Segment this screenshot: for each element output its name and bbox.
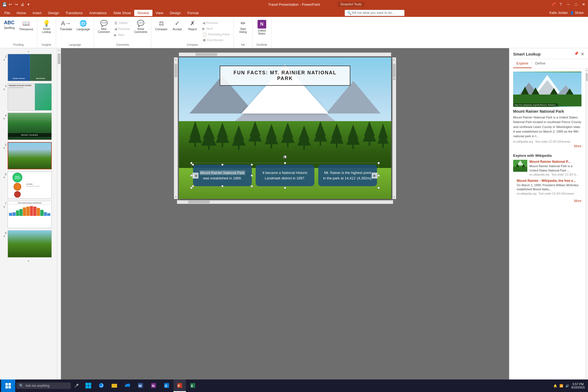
menu-file[interactable]: File: [1, 10, 13, 16]
menu-design2[interactable]: Design: [167, 10, 184, 16]
scroll-thumb[interactable]: [58, 53, 60, 64]
slide-title-box[interactable]: FUN FACTS: MT. RAINIER NATIONAL PARK: [220, 66, 350, 86]
language-button[interactable]: 🌐 Language: [75, 19, 91, 32]
taskbar-search[interactable]: 🔍 Ask me anything: [16, 382, 71, 389]
taskbar-network[interactable]: 📶: [559, 384, 563, 388]
new-comment-button[interactable]: 💬 NewComment: [96, 19, 111, 34]
show-comments-button[interactable]: 💬 ShowComments: [133, 19, 149, 34]
smartart-card-3[interactable]: Mt. Rainer is the highest point in the p…: [318, 165, 377, 186]
taskbar-search-label[interactable]: Ask me anything: [25, 384, 50, 388]
slide-thumbnail-5[interactable]: FUN FACTS: MT. RAINIER NATIONAL PARK: [8, 142, 52, 169]
taskbar-word[interactable]: W: [134, 379, 147, 392]
taskbar-edge[interactable]: [95, 379, 108, 392]
menu-design[interactable]: Design: [45, 10, 62, 16]
smartart-card-2[interactable]: It became a National Historic Landmark d…: [256, 165, 314, 186]
slide-thumb-5[interactable]: 5 ★ FUN FACTS: MT. RAINIER NATIONAL PARK: [1, 142, 56, 170]
define-tab[interactable]: Define: [532, 59, 549, 68]
menu-home[interactable]: Home: [13, 10, 29, 16]
slide-thumbnail-4[interactable]: MOUNT RAINIER: [8, 113, 52, 140]
reject-button[interactable]: ✗ Reject: [185, 19, 200, 32]
vscroll-down[interactable]: ▼: [393, 195, 395, 199]
collapse-ribbon-icon[interactable]: 📌: [551, 2, 555, 7]
next-comment-button[interactable]: ▶ Next: [112, 32, 131, 38]
result2-title[interactable]: Mount Rainier - Wikipedia, the free e...: [517, 179, 581, 183]
taskbar-onenote[interactable]: N: [147, 379, 160, 392]
translate-button[interactable]: A→ Translate: [58, 19, 74, 32]
panel-scroll-thumb[interactable]: [586, 73, 588, 81]
vscroll-left-up[interactable]: ▲: [175, 57, 177, 62]
menu-format[interactable]: Format: [184, 10, 202, 16]
slide-thumb-4[interactable]: 4 ★ MOUNT RAINIER: [1, 112, 56, 140]
taskbar-powerpoint[interactable]: P: [173, 379, 186, 392]
taskbar-outlook[interactable]: O: [160, 379, 173, 392]
vscroll-thumb[interactable]: [393, 64, 396, 77]
slide-thumb-7[interactable]: 7 ★ MOUNT RAINIER AVERAGE TEMPERATURES: [1, 200, 56, 229]
start-button[interactable]: [1, 379, 15, 392]
taskbar-mic[interactable]: 🎤: [72, 382, 81, 389]
handle-mr[interactable]: [378, 174, 380, 177]
handle-tc[interactable]: [284, 162, 286, 164]
slide-thumb-8[interactable]: 8 ★: [1, 230, 56, 258]
card1-handle-t[interactable]: [221, 164, 223, 166]
canvas-hscroll-bottom[interactable]: [177, 200, 393, 204]
slide-panel-scroll-down[interactable]: ▼: [1, 259, 56, 263]
card1-handle-tl[interactable]: [192, 164, 194, 166]
thesaurus-button[interactable]: 📖 Thesaurus: [17, 19, 35, 32]
redo-icon[interactable]: ↪: [14, 2, 19, 7]
smart-lookup-button[interactable]: 💡 SmartLookup: [39, 19, 54, 34]
vscroll-up[interactable]: ▲: [393, 57, 395, 62]
start-inking-button[interactable]: ✏ StartInking: [236, 19, 250, 34]
wiki-more-link[interactable]: More: [513, 143, 581, 151]
reviewing-pane-button[interactable]: 📋 Reviewing Pane: [201, 32, 231, 37]
taskbar-files[interactable]: [108, 379, 121, 392]
result1-title[interactable]: Mount Rainier National P...: [529, 160, 581, 164]
share-button[interactable]: 👤 Share: [570, 11, 584, 15]
undo-icon[interactable]: ↩: [8, 2, 13, 7]
taskbar-onedrive[interactable]: [121, 379, 134, 392]
linked-notes-button[interactable]: N LinkedNotes: [255, 19, 269, 36]
slide-thumbnail-8[interactable]: [8, 230, 52, 258]
vscroll-left-down[interactable]: ▼: [175, 195, 177, 199]
canvas-vscroll-left[interactable]: ▲ ▼: [174, 57, 178, 199]
smart-panel-pin[interactable]: 📌: [574, 51, 578, 57]
compare-button[interactable]: ⚖ Compare: [154, 19, 169, 32]
slide-thumbnail-3[interactable]: WEEKEND OR HOLIDAY GETAWAY Lorem ipsum d…: [8, 83, 52, 111]
save-icon[interactable]: 💾: [2, 2, 7, 7]
smartart-selection[interactable]: ◀: [191, 163, 379, 188]
slide-panel-scrollbar[interactable]: ▲ ▼: [57, 48, 61, 389]
taskbar-sound[interactable]: 🔊: [565, 384, 569, 388]
user-name[interactable]: Katie Jordan: [549, 11, 568, 15]
maximize-icon[interactable]: □: [574, 2, 578, 7]
slide-thumb-2[interactable]: 2 ★ Olympic Peninsula Mount Rainier: [1, 53, 56, 82]
menu-view[interactable]: View: [152, 10, 167, 16]
accept-button[interactable]: ✓ Accept: [170, 19, 184, 32]
scroll-up-btn[interactable]: ▲: [58, 48, 60, 52]
slide-thumbnail-7[interactable]: MOUNT RAINIER AVERAGE TEMPERATURES: [8, 201, 52, 228]
card1-handle-tr[interactable]: [251, 164, 253, 166]
menu-insert[interactable]: Insert: [29, 10, 45, 16]
previous-revision-button[interactable]: ◀ Previous: [201, 20, 231, 26]
hscroll-thumb[interactable]: [195, 53, 217, 56]
smartart-nav-left[interactable]: ◀: [192, 173, 198, 179]
taskbar-time[interactable]: 5:57 PM 8/10/2015: [571, 382, 585, 389]
menu-transitions[interactable]: Transitions: [62, 10, 86, 16]
menu-slideshow[interactable]: Slide Show: [110, 10, 134, 16]
slide-thumb-6[interactable]: 6 ★ TRAIL VISTAS DAY HIKING Lorem ipsum …: [1, 171, 56, 199]
rotate-handle[interactable]: ↻: [283, 155, 287, 159]
handle-br[interactable]: [378, 187, 380, 189]
explore-tab[interactable]: Explore: [513, 59, 532, 68]
slide-thumbnail-6[interactable]: TRAIL VISTAS DAY HIKING Lorem ipsum dolo…: [8, 171, 52, 199]
smart-panel-scrollbar[interactable]: ▲ ▼ ▲ ▼: [585, 68, 588, 389]
delete-button[interactable]: 🗑 Delete: [112, 20, 131, 26]
menu-review[interactable]: Review: [134, 10, 152, 16]
menu-animations[interactable]: Animations: [86, 10, 110, 16]
taskbar-explorer[interactable]: [82, 379, 94, 392]
slide-thumbnail-2[interactable]: Olympic Peninsula Mount Rainier: [8, 54, 52, 81]
handle-bc[interactable]: [284, 187, 286, 189]
handle-tr[interactable]: [378, 162, 380, 164]
taskbar-notification[interactable]: 🔔: [553, 384, 557, 388]
hscroll-bottom-thumb[interactable]: [188, 201, 210, 203]
customize-icon[interactable]: ▾: [26, 2, 30, 7]
card1-handle-b[interactable]: [221, 185, 223, 187]
end-review-button[interactable]: ⏹ End Review: [201, 37, 231, 43]
